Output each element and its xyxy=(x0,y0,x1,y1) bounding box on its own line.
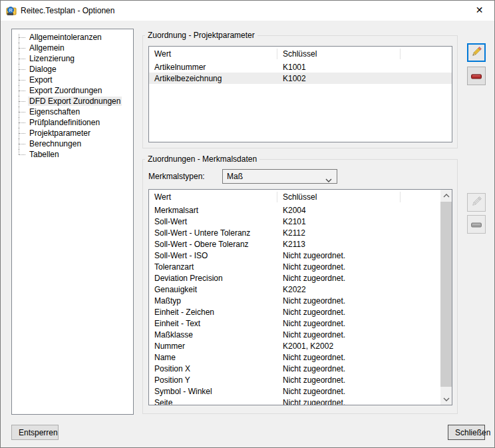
table-row[interactable]: Position Y Nicht zugeordnet. xyxy=(149,374,442,385)
app-icon: R xyxy=(6,5,17,16)
table-rows: Artikelnummer K1001 Artikelbezeichnung K… xyxy=(149,61,452,84)
cell-schluessel: K2101 xyxy=(277,217,401,226)
cell-schluessel: Nicht zugeordnet. xyxy=(277,353,401,362)
close-icon[interactable]: ✕ xyxy=(464,1,494,20)
table-row[interactable]: Symbol - Winkel Nicht zugeordnet. xyxy=(149,385,442,397)
table-header: Wert Schlüssel xyxy=(149,47,452,61)
table-row[interactable]: Soll-Wert - ISO Nicht zugeordnet. xyxy=(149,250,442,261)
sidebar-item[interactable]: Eigenschaften xyxy=(12,107,133,117)
sidebar-item[interactable]: Dialoge xyxy=(12,64,133,75)
sidebar-item[interactable]: Lizenzierung xyxy=(12,53,133,64)
cell-schluessel: Nicht zugeordnet. xyxy=(277,296,401,306)
sidebar-item[interactable]: Export Zuordnungen xyxy=(12,85,133,96)
pencil-icon xyxy=(470,46,482,60)
sidebar-item[interactable]: Berechnungen xyxy=(12,138,133,149)
cell-schluessel: K2004 xyxy=(277,206,401,215)
cell-schluessel: Nicht zugeordnet. xyxy=(277,375,401,385)
sidebar-item[interactable]: Prüfplandefinitionen xyxy=(12,117,133,128)
sidebar-item[interactable]: Export xyxy=(12,75,133,85)
table-row[interactable]: Artikelnummer K1001 xyxy=(149,61,452,73)
remove-project-param-button[interactable] xyxy=(467,67,486,85)
vertical-scrollbar[interactable] xyxy=(440,190,452,405)
table-row[interactable]: Genauigkeit K2022 xyxy=(149,284,442,295)
cell-wert: Position Y xyxy=(149,375,277,385)
column-header-schluessel[interactable]: Schlüssel xyxy=(277,49,401,59)
table-row[interactable]: Seite Nicht zugeordnet. xyxy=(149,397,442,405)
table-rows: Merkmalsart K2004 Soll-Wert K2101 Soll-W… xyxy=(149,204,442,405)
cell-wert: Soll-Wert - ISO xyxy=(149,251,277,260)
cell-schluessel: K2112 xyxy=(277,228,401,238)
unlock-button[interactable]: Entsperren xyxy=(11,425,59,440)
table-row[interactable]: Nummer K2001, K2002 xyxy=(149,340,442,351)
table-row[interactable]: Soll-Wert - Untere Toleranz K2112 xyxy=(149,227,442,238)
cell-wert: Name xyxy=(149,353,277,362)
sidebar-item-label: Allgemein xyxy=(28,43,66,53)
sidebar-item-label: Export Zuordnungen xyxy=(28,86,103,95)
merkmalsdaten-group-title: Zuordnungen - Merkmalsdaten xyxy=(145,154,259,164)
cell-schluessel: Nicht zugeordnet. xyxy=(277,398,401,406)
table-row[interactable]: Artikelbezeichnung K1002 xyxy=(149,73,452,84)
table-row[interactable]: Name Nicht zugeordnet. xyxy=(149,351,442,363)
close-dialog-button[interactable]: Schließen xyxy=(448,425,485,440)
table-row[interactable]: Soll-Wert K2101 xyxy=(149,216,442,227)
settings-tree-list: Allgemeintoleranzen Allgemein Lizenzieru… xyxy=(12,32,133,160)
edit-merkmal-button[interactable] xyxy=(467,193,486,212)
sidebar-item-label: Projektparameter xyxy=(28,128,92,138)
edit-project-param-button[interactable] xyxy=(467,43,486,62)
column-header-wert[interactable]: Wert xyxy=(149,192,277,202)
column-header-schluessel[interactable]: Schlüssel xyxy=(277,192,401,202)
cell-wert: Nummer xyxy=(149,341,277,351)
project-params-group-title: Zuordnung - Projektparameter xyxy=(145,31,257,40)
cell-schluessel: Nicht zugeordnet. xyxy=(277,387,401,396)
cell-wert: Einheit - Zeichen xyxy=(149,308,277,317)
sidebar-item[interactable]: Tabellen xyxy=(12,149,133,160)
cell-schluessel: Nicht zugeordnet. xyxy=(277,251,401,260)
sidebar-item[interactable]: Allgemeintoleranzen xyxy=(12,32,133,43)
cell-schluessel: K1001 xyxy=(277,63,401,72)
cell-schluessel: K2022 xyxy=(277,285,401,294)
table-row[interactable]: Einheit - Text Nicht zugeordnet. xyxy=(149,318,442,329)
svg-text:R: R xyxy=(9,8,12,13)
sidebar-item-label: Prüfplandefinitionen xyxy=(28,118,101,127)
minus-icon xyxy=(471,71,482,81)
cell-wert: Position X xyxy=(149,364,277,373)
table-row[interactable]: Deviation Precision Nicht zugeordnet. xyxy=(149,272,442,284)
merkmalstypen-select[interactable]: Maß xyxy=(222,169,337,184)
scroll-down-icon[interactable] xyxy=(440,393,452,405)
table-row[interactable]: Position X Nicht zugeordnet. xyxy=(149,363,442,374)
cell-wert: Maßtyp xyxy=(149,296,277,306)
sidebar-item-label: Export xyxy=(28,75,54,85)
window-title: Reitec.Testplan - Optionen xyxy=(21,6,114,15)
sidebar-item-label: Allgemeintoleranzen xyxy=(28,33,103,42)
sidebar-item[interactable]: Projektparameter xyxy=(12,128,133,138)
table-row[interactable]: Soll-Wert - Obere Toleranz K2113 xyxy=(149,238,442,250)
cell-schluessel: Nicht zugeordnet. xyxy=(277,319,401,328)
table-row[interactable]: Maßklasse Nicht zugeordnet. xyxy=(149,329,442,340)
sidebar-item-label: Tabellen xyxy=(28,150,61,159)
sidebar-item-label: Dialoge xyxy=(28,65,58,74)
project-params-table[interactable]: Wert Schlüssel Artikelnummer K1001 Artik… xyxy=(148,46,452,142)
cell-wert: Artikelbezeichnung xyxy=(149,74,277,83)
sidebar-item[interactable]: Allgemein xyxy=(12,43,133,53)
scrollbar-thumb[interactable] xyxy=(440,202,452,387)
sidebar-item-label: Berechnungen xyxy=(28,139,82,148)
cell-schluessel: Nicht zugeordnet. xyxy=(277,262,401,272)
table-row[interactable]: Einheit - Zeichen Nicht zugeordnet. xyxy=(149,306,442,318)
table-row[interactable]: Merkmalsart K2004 xyxy=(149,204,442,216)
table-row[interactable]: Toleranzart Nicht zugeordnet. xyxy=(149,261,442,272)
merkmalsdaten-table[interactable]: Wert Schlüssel Merkmalsart K2004 Soll-We… xyxy=(148,189,452,405)
merkmalstypen-value: Maß xyxy=(227,172,243,181)
titlebar: R Reitec.Testplan - Optionen ✕ xyxy=(1,1,494,21)
cell-schluessel: K2001, K2002 xyxy=(277,341,401,351)
column-header-wert[interactable]: Wert xyxy=(149,49,277,59)
sidebar-item-label: Lizenzierung xyxy=(28,54,76,63)
cell-wert: Einheit - Text xyxy=(149,319,277,328)
cell-schluessel: Nicht zugeordnet. xyxy=(277,330,401,339)
cell-wert: Genauigkeit xyxy=(149,285,277,294)
scroll-up-icon[interactable] xyxy=(440,190,452,201)
cell-wert: Merkmalsart xyxy=(149,206,277,215)
sidebar-item[interactable]: DFD Export Zurodnungen xyxy=(12,96,133,107)
remove-merkmal-button[interactable] xyxy=(467,215,486,234)
table-row[interactable]: Maßtyp Nicht zugeordnet. xyxy=(149,295,442,306)
cell-wert: Seite xyxy=(149,398,277,406)
